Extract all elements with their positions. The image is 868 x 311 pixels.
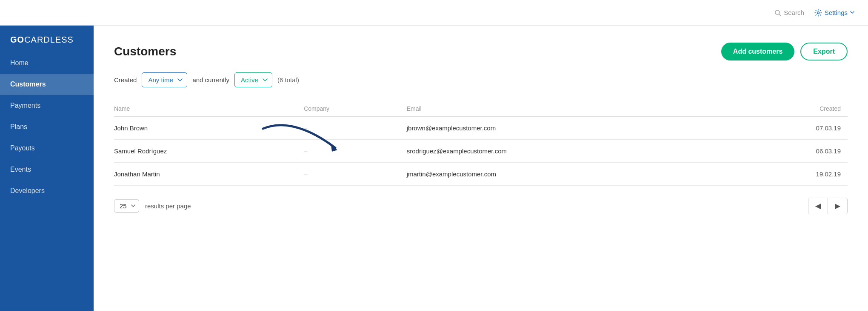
app-body: GOCARDLESS Home Customers Payments Plans…: [0, 26, 868, 311]
pagination-next-button[interactable]: ▶: [828, 198, 847, 214]
sidebar-item-plans[interactable]: Plans: [0, 116, 94, 138]
customer-name: Jonathan Martin: [114, 163, 304, 186]
customer-email: jmartin@examplecustomer.com: [407, 163, 747, 186]
sidebar-nav: Home Customers Payments Plans Payouts Ev…: [0, 52, 94, 202]
search-link[interactable]: Search: [774, 9, 804, 16]
filter-total: (6 total): [277, 76, 299, 84]
export-button[interactable]: Export: [800, 43, 848, 60]
sidebar: GOCARDLESS Home Customers Payments Plans…: [0, 26, 94, 311]
settings-link[interactable]: Settings: [814, 9, 854, 17]
main-content: Customers Add customers Export Created A…: [94, 26, 868, 311]
svg-line-1: [779, 14, 781, 16]
sidebar-item-events[interactable]: Events: [0, 159, 94, 180]
logo-cardless: CARDLESS: [24, 35, 74, 44]
table-row[interactable]: Samuel Rodríguez – srodriguez@examplecus…: [114, 140, 848, 163]
col-header-email: Email: [407, 101, 747, 117]
top-bar-actions: Search Settings: [774, 9, 854, 17]
table-row[interactable]: Jonathan Martin – jmartin@examplecustome…: [114, 163, 848, 186]
sidebar-item-payments[interactable]: Payments: [0, 95, 94, 116]
table-header: Name Company Email Created: [114, 101, 848, 117]
sidebar-item-home[interactable]: Home: [0, 52, 94, 74]
top-bar: Search Settings: [0, 0, 868, 26]
col-header-name: Name: [114, 101, 304, 117]
customer-company: –: [304, 163, 407, 186]
customer-created: 07.03.19: [747, 117, 848, 140]
customers-table: Name Company Email Created John Brown: [114, 101, 848, 186]
settings-label: Settings: [825, 9, 848, 16]
customer-name: John Brown: [114, 117, 304, 140]
add-customers-button[interactable]: Add customers: [721, 43, 794, 60]
page-header: Customers Add customers Export: [114, 43, 848, 60]
created-select[interactable]: Any time: [142, 72, 187, 87]
per-page-select[interactable]: 25: [114, 199, 139, 213]
table-body: John Brown – jbrown@examplecustomer.com …: [114, 117, 848, 186]
settings-chevron-icon: [850, 11, 854, 14]
search-icon: [774, 9, 781, 16]
logo-go: GO: [10, 35, 24, 44]
created-label: Created: [114, 76, 137, 84]
svg-point-2: [817, 12, 819, 14]
pagination-prev-button[interactable]: ◀: [808, 198, 828, 214]
arrow-annotation: [259, 120, 344, 154]
sidebar-logo: GOCARDLESS: [0, 26, 94, 52]
customer-created: 06.03.19: [747, 140, 848, 163]
status-select[interactable]: Active: [234, 72, 272, 87]
gear-icon: [814, 9, 822, 17]
pagination-nav: ◀ ▶: [808, 198, 848, 214]
connector-label: and currently: [192, 76, 229, 84]
col-header-created: Created: [747, 101, 848, 117]
sidebar-item-developers[interactable]: Developers: [0, 180, 94, 202]
page-title: Customers: [114, 45, 176, 58]
per-page-label: results per page: [145, 202, 191, 210]
sidebar-item-payouts[interactable]: Payouts: [0, 138, 94, 159]
per-page: 25 results per page: [114, 199, 191, 213]
search-label: Search: [784, 9, 804, 16]
table-row[interactable]: John Brown – jbrown@examplecustomer.com …: [114, 117, 848, 140]
filters-bar: Created Any time and currently Active (6…: [114, 72, 848, 87]
customer-created: 19.02.19: [747, 163, 848, 186]
col-header-company: Company: [304, 101, 407, 117]
customer-email: srodriguez@examplecustomer.com: [407, 140, 747, 163]
sidebar-item-customers[interactable]: Customers: [0, 74, 94, 95]
customer-email: jbrown@examplecustomer.com: [407, 117, 747, 140]
header-buttons: Add customers Export: [721, 43, 848, 60]
pagination-bar: 25 results per page ◀ ▶: [114, 198, 848, 214]
